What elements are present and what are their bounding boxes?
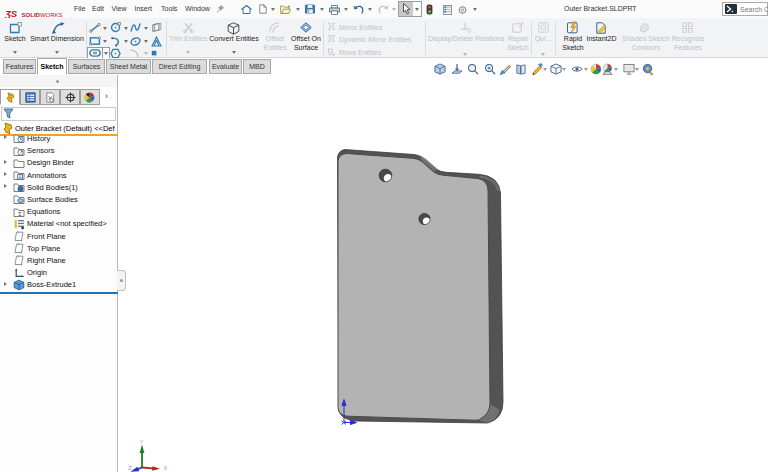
svg-text:Y: Y bbox=[140, 439, 144, 445]
svg-text:X: X bbox=[164, 465, 168, 471]
svg-text:Z: Z bbox=[128, 465, 132, 471]
svg-text:Σ: Σ bbox=[18, 211, 22, 217]
svg-text:A: A bbox=[19, 175, 22, 180]
